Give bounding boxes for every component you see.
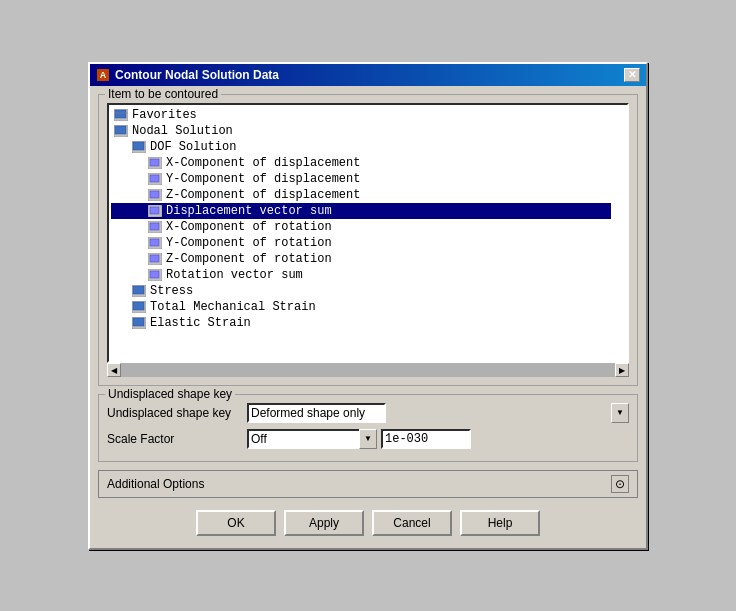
shape-key-select-wrapper: Deformed shape only True scale User spec… [247, 403, 629, 423]
tree-label-x-rot: X-Component of rotation [166, 220, 332, 234]
button-row: OK Apply Cancel Help [98, 506, 638, 540]
svg-rect-30 [133, 318, 144, 326]
help-button[interactable]: Help [460, 510, 540, 536]
tree-item-rot-vec[interactable]: Rotation vector sum [111, 267, 611, 283]
tree-view[interactable]: Favorites Nodal Solution DOF [107, 103, 629, 363]
svg-rect-20 [150, 239, 159, 246]
tree-item-dof-solution[interactable]: DOF Solution [111, 139, 611, 155]
svg-rect-22 [150, 255, 159, 262]
tree-label-total-mech: Total Mechanical Strain [150, 300, 316, 314]
tree-label-elastic: Elastic Strain [150, 316, 251, 330]
scale-factor-row: Scale Factor Off On ▼ [107, 429, 629, 449]
nodal-solution-icon [113, 124, 129, 138]
app-icon: A [96, 68, 110, 82]
ok-button[interactable]: OK [196, 510, 276, 536]
shape-key-select[interactable]: Deformed shape only True scale User spec… [247, 403, 386, 423]
tree-item-stress[interactable]: Stress [111, 283, 611, 299]
tree-label-dof-solution: DOF Solution [150, 140, 236, 154]
tree-item-disp-vec[interactable]: Displacement vector sum [111, 203, 611, 219]
scale-factor-select[interactable]: Off On [247, 429, 377, 449]
shape-key-label: Undisplaced shape key [107, 406, 247, 420]
favorites-icon [113, 108, 129, 122]
tree-label-y-rot: Y-Component of rotation [166, 236, 332, 250]
tree-label-nodal-solution: Nodal Solution [132, 124, 233, 138]
undisplaced-group: Undisplaced shape key Undisplaced shape … [98, 394, 638, 462]
item-to-contour-label: Item to be contoured [105, 87, 221, 101]
tree-scroll-area: Favorites Nodal Solution DOF [107, 103, 629, 363]
svg-rect-8 [133, 142, 144, 150]
z-disp-icon [147, 188, 163, 202]
svg-text:A: A [100, 70, 107, 80]
title-bar-left: A Contour Nodal Solution Data [96, 68, 279, 82]
scale-text-input[interactable] [381, 429, 471, 449]
tree-item-z-disp[interactable]: Z-Component of displacement [111, 187, 611, 203]
tree-item-x-rot[interactable]: X-Component of rotation [111, 219, 611, 235]
tree-item-z-rot[interactable]: Z-Component of rotation [111, 251, 611, 267]
svg-rect-18 [150, 223, 159, 230]
tree-item-nodal-solution[interactable]: Nodal Solution [111, 123, 611, 139]
svg-rect-10 [150, 159, 159, 166]
dialog: A Contour Nodal Solution Data ✕ Item to … [88, 62, 648, 550]
svg-rect-12 [150, 175, 159, 182]
svg-rect-3 [115, 110, 126, 118]
tree-label-z-disp: Z-Component of displacement [166, 188, 360, 202]
disp-vec-icon [147, 204, 163, 218]
elastic-icon [131, 316, 147, 330]
apply-button[interactable]: Apply [284, 510, 364, 536]
dialog-content: Item to be contoured Favorites [90, 86, 646, 548]
additional-expand-icon[interactable]: ⊙ [611, 475, 629, 493]
tree-item-y-disp[interactable]: Y-Component of displacement [111, 171, 611, 187]
tree-label-x-disp: X-Component of displacement [166, 156, 360, 170]
rot-vec-icon [147, 268, 163, 282]
tree-hscrollbar[interactable]: ◀ ▶ [107, 363, 629, 377]
svg-rect-28 [133, 302, 144, 310]
stress-icon [131, 284, 147, 298]
title-bar: A Contour Nodal Solution Data ✕ [90, 64, 646, 86]
tree-item-total-mech[interactable]: Total Mechanical Strain [111, 299, 611, 315]
svg-rect-26 [133, 286, 144, 294]
hscroll-track [121, 363, 615, 377]
tree-item-x-disp[interactable]: X-Component of displacement [111, 155, 611, 171]
item-to-contour-group: Item to be contoured Favorites [98, 94, 638, 386]
dialog-title: Contour Nodal Solution Data [115, 68, 279, 82]
y-rot-icon [147, 236, 163, 250]
x-disp-icon [147, 156, 163, 170]
hscroll-left-btn[interactable]: ◀ [107, 363, 121, 377]
z-rot-icon [147, 252, 163, 266]
close-button[interactable]: ✕ [624, 68, 640, 82]
shape-key-row: Undisplaced shape key Deformed shape onl… [107, 403, 629, 423]
tree-item-favorites[interactable]: Favorites [111, 107, 611, 123]
tree-item-elastic[interactable]: Elastic Strain [111, 315, 611, 331]
tree-label-z-rot: Z-Component of rotation [166, 252, 332, 266]
scale-select-wrapper: Off On ▼ [247, 429, 377, 449]
tree-item-y-rot[interactable]: Y-Component of rotation [111, 235, 611, 251]
cancel-button[interactable]: Cancel [372, 510, 452, 536]
hscroll-right-btn[interactable]: ▶ [615, 363, 629, 377]
svg-rect-14 [150, 191, 159, 198]
y-disp-icon [147, 172, 163, 186]
scale-factor-label: Scale Factor [107, 432, 247, 446]
dof-solution-icon [131, 140, 147, 154]
tree-label-y-disp: Y-Component of displacement [166, 172, 360, 186]
svg-rect-6 [115, 126, 126, 134]
svg-rect-24 [150, 271, 159, 278]
additional-options-label: Additional Options [107, 477, 204, 491]
tree-label-disp-vec: Displacement vector sum [166, 204, 332, 218]
tree-label-favorites: Favorites [132, 108, 197, 122]
x-rot-icon [147, 220, 163, 234]
tree-label-stress: Stress [150, 284, 193, 298]
total-mech-icon [131, 300, 147, 314]
shape-key-arrow: ▼ [611, 403, 629, 423]
svg-rect-16 [150, 207, 159, 214]
additional-options-section: Additional Options ⊙ [98, 470, 638, 498]
tree-label-rot-vec: Rotation vector sum [166, 268, 303, 282]
undisplaced-label: Undisplaced shape key [105, 387, 235, 401]
